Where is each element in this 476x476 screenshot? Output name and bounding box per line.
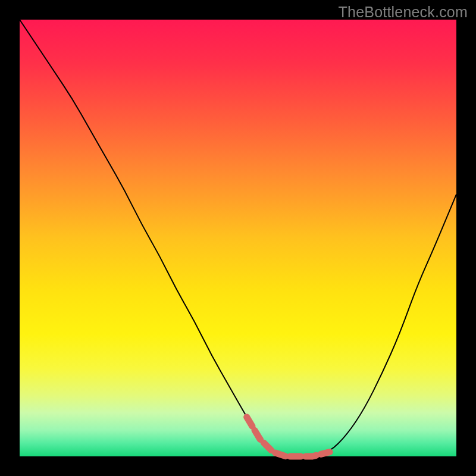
plot-background	[20, 20, 456, 456]
bottleneck-chart	[0, 0, 476, 476]
chart-frame: TheBottleneck.com	[0, 0, 476, 476]
